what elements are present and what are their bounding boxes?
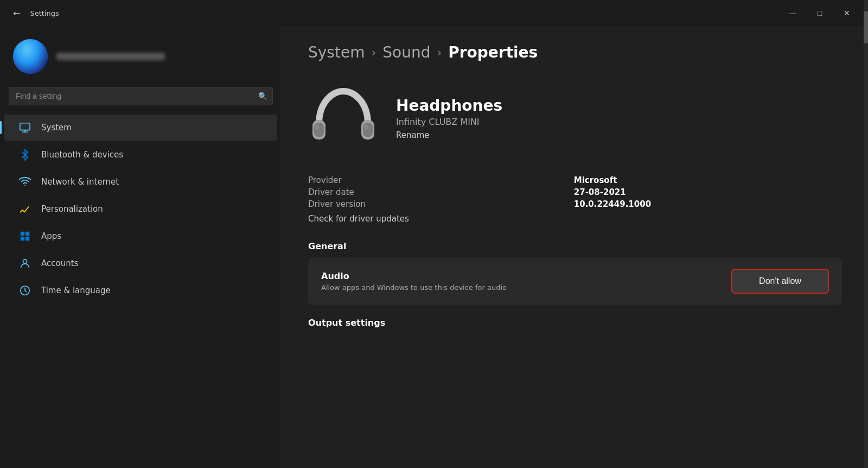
breadcrumb-sound[interactable]: Sound [382, 43, 430, 61]
breadcrumb-sep-1: › [371, 46, 376, 59]
rename-link[interactable]: Rename [396, 130, 502, 140]
audio-card: Audio Allow apps and Windows to use this… [308, 258, 842, 305]
sidebar-item-apps[interactable]: Apps [4, 223, 277, 249]
sidebar-item-system-label: System [41, 123, 72, 132]
sidebar-item-accounts[interactable]: Accounts [4, 250, 277, 276]
bluetooth-icon [17, 147, 33, 162]
sidebar-item-apps-label: Apps [41, 231, 61, 241]
personalization-icon [17, 201, 33, 217]
search-icon: 🔍 [258, 92, 267, 100]
time-icon [17, 283, 33, 298]
svg-rect-11 [315, 124, 319, 130]
breadcrumb-system[interactable]: System [308, 43, 365, 61]
device-header: Headphones Infinity CLUBZ MINI Rename [308, 83, 842, 154]
device-name: Headphones [396, 97, 502, 115]
search-box: 🔍 [9, 87, 273, 105]
scrollbar-thumb [864, 26, 868, 43]
audio-card-text: Audio Allow apps and Windows to use this… [321, 271, 718, 292]
app-title: Settings [30, 9, 59, 17]
breadcrumb-current: Properties [448, 43, 538, 61]
svg-rect-12 [364, 124, 368, 130]
driver-version-label: Driver version [308, 199, 557, 209]
sidebar-item-bluetooth[interactable]: Bluetooth & devices [4, 142, 277, 168]
main-layout: 🔍 System Bluetooth & devices Network & i… [0, 26, 868, 468]
svg-rect-4 [25, 237, 29, 241]
sidebar-item-network[interactable]: Network & internet [4, 169, 277, 195]
sidebar-item-bluetooth-label: Bluetooth & devices [41, 150, 123, 160]
titlebar: ← Settings — □ ✕ [0, 0, 868, 26]
svg-rect-3 [21, 237, 24, 241]
user-section [0, 30, 282, 87]
minimize-button[interactable]: — [780, 4, 805, 22]
breadcrumb-sep-2: › [437, 46, 442, 59]
svg-rect-8 [314, 123, 324, 137]
sidebar: 🔍 System Bluetooth & devices Network & i… [0, 26, 282, 468]
driver-date-label: Driver date [308, 187, 557, 197]
device-image [308, 83, 379, 154]
device-info: Headphones Infinity CLUBZ MINI Rename [396, 97, 502, 140]
svg-point-5 [23, 260, 27, 263]
accounts-icon [17, 256, 33, 271]
general-section-header: General [308, 241, 842, 251]
driver-date-value: 27-08-2021 [574, 187, 842, 197]
maximize-button[interactable]: □ [807, 4, 832, 22]
scrollbar-track[interactable] [864, 26, 868, 468]
sidebar-item-personalization-label: Personalization [41, 204, 103, 214]
window-controls: — □ ✕ [780, 4, 859, 22]
sidebar-item-personalization[interactable]: Personalization [4, 196, 277, 222]
user-name [56, 53, 165, 60]
back-button[interactable]: ← [9, 6, 24, 21]
audio-card-title: Audio [321, 271, 718, 281]
svg-rect-1 [21, 232, 24, 236]
search-input[interactable] [9, 87, 273, 105]
driver-version-value: 10.0.22449.1000 [574, 199, 842, 209]
sidebar-item-system[interactable]: System [4, 115, 277, 141]
network-icon [17, 174, 33, 189]
sidebar-item-time-label: Time & language [41, 286, 111, 295]
apps-icon [17, 229, 33, 244]
svg-rect-10 [363, 123, 373, 137]
provider-label: Provider [308, 175, 557, 185]
content-area: System › Sound › Properties [282, 26, 868, 468]
avatar [13, 39, 48, 74]
system-icon [17, 120, 33, 135]
sidebar-item-accounts-label: Accounts [41, 258, 78, 268]
device-model: Infinity CLUBZ MINI [396, 117, 502, 127]
check-updates-link[interactable]: Check for driver updates [308, 214, 409, 224]
close-button[interactable]: ✕ [834, 4, 859, 22]
audio-card-description: Allow apps and Windows to use this devic… [321, 283, 718, 292]
svg-rect-2 [25, 232, 29, 236]
dont-allow-button[interactable]: Don't allow [731, 269, 829, 294]
svg-rect-0 [20, 123, 30, 130]
provider-value: Microsoft [574, 175, 842, 185]
driver-info: Provider Microsoft Driver date 27-08-202… [308, 175, 842, 209]
output-section-header: Output settings [308, 318, 842, 328]
sidebar-item-network-label: Network & internet [41, 177, 119, 187]
sidebar-item-time[interactable]: Time & language [4, 277, 277, 303]
breadcrumb: System › Sound › Properties [308, 43, 842, 61]
